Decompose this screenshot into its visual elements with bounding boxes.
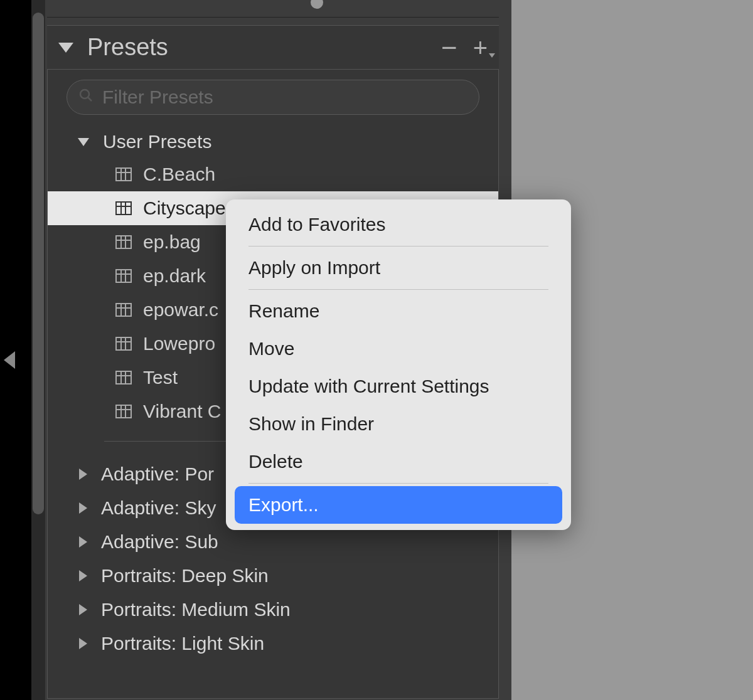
preset-label: epowar.c [143, 299, 218, 321]
preset-label: Lowepro [143, 333, 215, 354]
preset-category-row[interactable]: Portraits: Medium Skin [48, 593, 498, 627]
preset-icon [115, 167, 132, 181]
preset-icon [115, 235, 132, 249]
menu-item[interactable]: Export... [235, 486, 562, 524]
category-label: Portraits: Light Skin [101, 633, 264, 654]
category-label: Adaptive: Sky [101, 497, 216, 519]
category-label: Portraits: Medium Skin [101, 599, 291, 620]
category-label: Portraits: Deep Skin [101, 565, 269, 586]
panel-collapse-left-icon[interactable] [4, 351, 15, 369]
menu-item[interactable]: Rename [226, 292, 571, 330]
black-frame-left [0, 0, 31, 700]
preset-label: Test [143, 367, 178, 388]
preset-icon [115, 371, 132, 384]
disclosure-triangle-down-icon [78, 138, 89, 146]
preset-label: ep.dark [143, 265, 206, 287]
menu-item[interactable]: Show in Finder [226, 405, 571, 443]
user-presets-group[interactable]: User Presets [48, 126, 498, 157]
disclosure-triangle-right-icon [79, 536, 87, 548]
menu-item[interactable]: Add to Favorites [226, 206, 571, 243]
disclosure-triangle-right-icon [79, 469, 87, 480]
preset-label: Cityscape [143, 198, 226, 219]
search-wrapper: Filter Presets [48, 70, 498, 126]
menu-separator [248, 246, 548, 247]
preset-label: Vibrant C [143, 401, 222, 422]
scrollbar-thumb[interactable] [33, 13, 44, 514]
svg-line-1 [88, 97, 92, 101]
remove-preset-button[interactable]: − [441, 34, 457, 61]
group-label: User Presets [103, 131, 211, 152]
category-label: Adaptive: Sub [101, 531, 218, 553]
preset-icon [115, 405, 132, 418]
slider-row-partial [47, 0, 499, 18]
svg-point-0 [80, 90, 89, 98]
category-label: Adaptive: Por [101, 464, 214, 485]
disclosure-triangle-right-icon [79, 638, 87, 649]
preset-category-row[interactable]: Portraits: Light Skin [48, 627, 498, 660]
filter-presets-input[interactable]: Filter Presets [67, 80, 479, 115]
menu-separator [248, 483, 548, 484]
preset-icon [115, 201, 132, 215]
menu-separator [248, 289, 548, 290]
disclosure-triangle-right-icon [79, 570, 87, 581]
menu-item[interactable]: Move [226, 330, 571, 368]
menu-item[interactable]: Delete [226, 443, 571, 480]
presets-panel-header[interactable]: Presets − + [47, 25, 499, 69]
preset-label: C.Beach [143, 164, 215, 185]
preset-row[interactable]: C.Beach [48, 157, 498, 191]
disclosure-triangle-right-icon [79, 502, 87, 514]
search-placeholder: Filter Presets [102, 87, 213, 108]
context-menu: Add to FavoritesApply on ImportRenameMov… [226, 199, 571, 530]
add-preset-button[interactable]: + [473, 35, 488, 60]
preset-icon [115, 303, 132, 317]
panel-title: Presets [87, 34, 441, 61]
preset-icon [115, 337, 132, 351]
preset-category-row[interactable]: Adaptive: Sub [48, 525, 498, 559]
preset-label: ep.bag [143, 231, 201, 253]
search-icon [78, 88, 93, 107]
preset-category-row[interactable]: Portraits: Deep Skin [48, 559, 498, 593]
slider-handle[interactable] [311, 0, 323, 9]
preset-icon [115, 269, 132, 283]
disclosure-triangle-right-icon [79, 604, 87, 615]
menu-item[interactable]: Apply on Import [226, 249, 571, 287]
disclosure-triangle-down-icon [58, 43, 73, 53]
menu-item[interactable]: Update with Current Settings [226, 368, 571, 405]
